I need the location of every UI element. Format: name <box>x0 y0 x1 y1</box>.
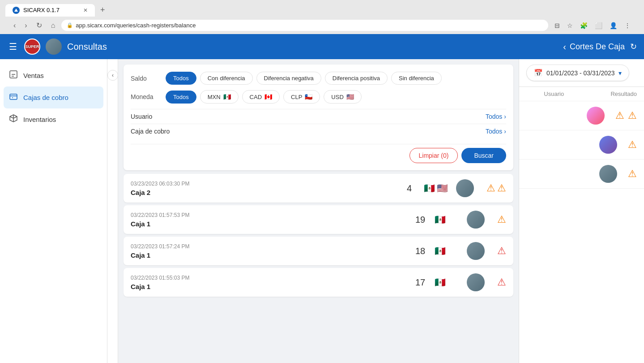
caja-filter-row[interactable]: Caja de cobro Todos › <box>131 124 506 138</box>
moneda-clp-chip[interactable]: CLP 🇨🇱 <box>283 90 320 104</box>
header-right: ↻ <box>630 42 637 52</box>
browser-tab[interactable]: SICARX 0.1.7 ✕ <box>5 4 95 17</box>
saldo-diferencia-negativa-label: Diferencia negativa <box>264 75 314 82</box>
row-datetime: 03/22/2023 01:57:53 PM <box>131 212 406 218</box>
usuario-value[interactable]: Todos › <box>486 113 506 120</box>
list-item[interactable]: ⚠ <box>519 130 644 160</box>
menu-button[interactable]: ⋮ <box>622 20 633 31</box>
saldo-todos-chip[interactable]: Todos <box>166 72 196 85</box>
list-item[interactable]: ⚠ ⚠ <box>519 101 644 130</box>
warning-icon: ⚠ <box>486 182 495 194</box>
list-item[interactable]: ⚠ <box>519 160 644 189</box>
sidebar-item-cajas[interactable]: Cajas de cobro <box>4 86 103 108</box>
result-status: ⚠ <box>497 245 506 257</box>
mx-flag: 🇲🇽 <box>435 246 446 256</box>
svg-rect-2 <box>10 94 17 99</box>
search-button[interactable]: Buscar <box>461 148 506 163</box>
row-name: Caja 1 <box>131 220 406 228</box>
row-flags: 🇲🇽 <box>435 246 461 256</box>
clear-button[interactable]: Limpiar (0) <box>409 148 458 163</box>
translate-button[interactable]: ⊟ <box>552 20 563 31</box>
home-button[interactable]: ⌂ <box>48 20 58 31</box>
row-name: Caja 1 <box>131 283 406 290</box>
col-resultado-header: Resultado <box>582 91 637 97</box>
bookmark-button[interactable]: ☆ <box>564 20 576 31</box>
sidebar-item-inventarios[interactable]: Inventarios <box>0 108 107 130</box>
moneda-filter-row: Moneda Todos MXN 🇲🇽 CAD 🇨🇦 CLP 🇨🇱 <box>131 90 506 104</box>
saldo-diferencia-positiva-chip[interactable]: Diferencia positiva <box>325 72 388 85</box>
cajas-icon <box>9 92 18 103</box>
saldo-filter-row: Saldo Todos Con diferencia Diferencia ne… <box>131 72 506 85</box>
date-range-button[interactable]: 📅 01/01/2023 - 03/31/2023 ▾ <box>526 65 629 81</box>
back-icon: ‹ <box>563 42 566 52</box>
reload-button[interactable]: ↻ <box>34 19 45 31</box>
ventas-icon <box>9 70 18 81</box>
avatar <box>599 136 617 154</box>
usuario-label: Usuario <box>131 113 486 120</box>
new-tab-button[interactable]: + <box>97 4 109 17</box>
chevron-down-icon: ▾ <box>618 69 622 77</box>
address-bar[interactable]: 🔒 app.sicarx.com/queries/cash-registers/… <box>61 20 548 31</box>
refresh-icon: ↻ <box>630 42 637 51</box>
table-row[interactable]: 03/22/2023 01:57:53 PM Caja 1 19 🇲🇽 ⚠ <box>124 205 513 234</box>
avatar <box>599 165 617 183</box>
tab-close-btn[interactable]: ✕ <box>83 7 88 13</box>
header-center: ‹ Cortes De Caja <box>563 42 625 52</box>
caja-value[interactable]: Todos › <box>486 128 506 135</box>
right-panel: 📅 01/01/2023 - 03/31/2023 ▾ Usuario Resu… <box>519 59 644 363</box>
usuario-filter-row[interactable]: Usuario Todos › <box>131 109 506 124</box>
moneda-usd-chip[interactable]: USD 🇺🇸 <box>324 90 361 104</box>
main-left-panel: Saldo Todos Con diferencia Diferencia ne… <box>118 59 519 363</box>
window-button[interactable]: ⬜ <box>592 20 605 31</box>
usuario-chevron-icon: › <box>504 113 506 120</box>
extensions-button[interactable]: 🧩 <box>577 20 590 31</box>
main-area: Saldo Todos Con diferencia Diferencia ne… <box>118 59 644 363</box>
moneda-todos-chip[interactable]: Todos <box>166 91 196 104</box>
avatar <box>467 242 485 260</box>
row-name: Caja 2 <box>131 189 395 196</box>
saldo-con-diferencia-chip[interactable]: Con diferencia <box>200 72 253 85</box>
moneda-mxn-chip[interactable]: MXN 🇲🇽 <box>200 90 239 104</box>
row-flags: 🇲🇽 <box>435 214 461 225</box>
row-info: 03/22/2023 01:55:03 PM Caja 1 <box>131 275 406 290</box>
header-back-button[interactable]: ‹ <box>563 42 566 52</box>
warning-icon: ⚠ <box>628 168 637 180</box>
sidebar-item-ventas[interactable]: Ventas <box>0 65 107 86</box>
avatar <box>456 179 474 197</box>
us-flag: 🇺🇸 <box>437 183 448 194</box>
row-datetime: 03/22/2023 01:57:24 PM <box>131 243 406 250</box>
saldo-todos-label: Todos <box>173 75 189 82</box>
table-row[interactable]: 03/23/2023 06:03:30 PM Caja 2 4 🇲🇽 🇺🇸 ⚠ … <box>124 174 513 203</box>
col-usuario-header: Usuario <box>526 91 582 97</box>
moneda-cad-label: CAD <box>250 94 262 100</box>
row-info: 03/22/2023 01:57:53 PM Caja 1 <box>131 212 406 228</box>
row-datetime: 03/23/2023 06:03:30 PM <box>131 181 395 187</box>
back-button[interactable]: ‹ <box>11 20 18 31</box>
row-count: 18 <box>411 246 429 256</box>
hamburger-menu-button[interactable]: ☰ <box>7 39 19 54</box>
cad-flag: 🇨🇦 <box>264 93 272 100</box>
profile-button[interactable]: 👤 <box>607 20 620 31</box>
row-info: 03/22/2023 01:57:24 PM Caja 1 <box>131 243 406 259</box>
refresh-button[interactable]: ↻ <box>630 42 637 52</box>
app-body: Ventas Cajas de cobro Inventarios ‹ <box>0 59 644 363</box>
app-header: ☰ SUPER Consultas ‹ Cortes De Caja ↻ <box>0 34 644 59</box>
table-row[interactable]: 03/22/2023 01:55:03 PM Caja 1 17 🇲🇽 ⚠ <box>124 268 513 297</box>
sidebar-collapse-button[interactable]: ‹ <box>107 70 118 81</box>
avatar <box>467 211 485 229</box>
saldo-sin-diferencia-chip[interactable]: Sin diferencia <box>391 72 442 85</box>
date-range-section: 📅 01/01/2023 - 03/31/2023 ▾ <box>519 59 644 87</box>
table-row[interactable]: 03/22/2023 01:57:24 PM Caja 1 18 🇲🇽 ⚠ <box>124 237 513 265</box>
user-avatar <box>46 39 62 55</box>
sidebar-item-label-ventas: Ventas <box>23 72 44 79</box>
sidebar: Ventas Cajas de cobro Inventarios <box>0 59 107 363</box>
mx-flag: 🇲🇽 <box>435 277 446 288</box>
saldo-diferencia-negativa-chip[interactable]: Diferencia negativa <box>256 72 321 85</box>
avatar <box>587 107 605 125</box>
moneda-cad-chip[interactable]: CAD 🇨🇦 <box>242 90 280 104</box>
saldo-diferencia-positiva-label: Diferencia positiva <box>333 75 380 82</box>
sidebar-item-label-inventarios: Inventarios <box>23 116 56 123</box>
browser-tabs: SICARX 0.1.7 ✕ + <box>5 4 639 17</box>
tab-title: SICARX 0.1.7 <box>23 7 60 13</box>
forward-button[interactable]: › <box>22 20 30 31</box>
